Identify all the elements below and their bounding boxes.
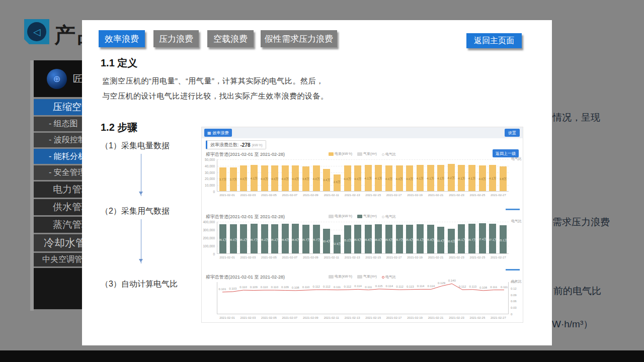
legend-swatch-icon bbox=[329, 215, 334, 218]
bar: 36.7万 bbox=[468, 224, 475, 253]
y-tick-label: 40,000 bbox=[202, 164, 215, 168]
y-tick-label: 0 bbox=[202, 252, 215, 256]
bar-value-label: 36.1万 bbox=[416, 238, 425, 242]
x-tick-label: 2021-02-17 bbox=[384, 194, 405, 197]
x-tick-label: 2021-02-15 bbox=[363, 316, 383, 319]
chart-plot-area: 36.1万36.0万36.2万36.7万36.2万36.2万36.6万36.6万… bbox=[217, 222, 509, 254]
bar: 4.1万 bbox=[489, 165, 496, 191]
legend-circle-icon bbox=[382, 216, 384, 218]
tab-pressure-waste[interactable]: 压力浪费 bbox=[153, 30, 199, 47]
dashboard-active-tab-label: 效率浪费 bbox=[213, 130, 229, 136]
chart-legend: 电量(kW·h)气量(m³)电气比 bbox=[202, 151, 523, 157]
bar-value-label: 30.4万 bbox=[322, 239, 331, 244]
settings-button[interactable]: 设置 bbox=[505, 129, 520, 137]
bar: 4.0万 bbox=[271, 165, 278, 191]
bar-value-label: 35.7万 bbox=[395, 238, 404, 242]
tab-noload-waste[interactable]: 空载浪费 bbox=[207, 30, 254, 47]
y-tick-label: 30,000 bbox=[202, 171, 215, 174]
bar-value-label: 4.0万 bbox=[478, 177, 486, 182]
legend-circle-icon bbox=[382, 153, 384, 156]
bar-value-label: 4.0万 bbox=[240, 177, 247, 182]
bar: 4.1万 bbox=[417, 165, 424, 191]
legend-item[interactable]: 电量(kW·h) bbox=[329, 274, 352, 279]
legend-item[interactable]: 电气比 bbox=[382, 275, 396, 280]
tab-efficiency-waste[interactable]: 效率浪费 bbox=[99, 30, 145, 47]
bar: 36.6万 bbox=[292, 224, 299, 253]
bar-value-label: 4.1万 bbox=[437, 176, 444, 181]
x-tick-label: 2021-02-03 bbox=[237, 316, 258, 319]
legend-item[interactable]: 电气比 bbox=[382, 214, 396, 219]
bar: 36.7万 bbox=[251, 224, 258, 253]
point-value-label: 0.140 bbox=[448, 279, 456, 282]
bar: 3.8万 bbox=[500, 166, 507, 191]
point-value-label: 0.113 bbox=[469, 285, 476, 288]
right-y-tick-label: 0.03 bbox=[511, 306, 517, 309]
sidebar-app-logo-icon: ⊕ bbox=[47, 69, 67, 89]
x-tick-label: 2021-02-15 bbox=[363, 256, 383, 259]
bar: 3.8万 bbox=[302, 166, 309, 191]
bar: 4.0万 bbox=[344, 165, 351, 191]
bar: 4.0万 bbox=[396, 165, 403, 191]
point-value-label: 0.110 bbox=[239, 286, 247, 289]
bar-value-label: 36.2万 bbox=[239, 238, 248, 242]
bar-value-label: 4.1万 bbox=[375, 176, 382, 181]
x-tick-label: 2021-02-19 bbox=[405, 316, 425, 319]
efficiency-waste-total-box: 效率浪费总数: -278 (kW·h) bbox=[206, 140, 266, 149]
chart-icon: ▦ bbox=[207, 131, 211, 135]
point-value-label: 0.115 bbox=[375, 285, 383, 288]
right-axis-label: 电气比 bbox=[511, 156, 522, 161]
x-axis-labels: 2021-02-012021-02-032021-02-052021-02-07… bbox=[217, 256, 509, 259]
bar-value-label: 35.7万 bbox=[301, 238, 310, 242]
tab-false-demand-waste[interactable]: 假性需求压力浪费 bbox=[261, 30, 337, 47]
x-tick-label: 2021-02-05 bbox=[259, 316, 279, 319]
bar-value-label: 36.0万 bbox=[374, 238, 383, 242]
bar: 4.0万 bbox=[385, 165, 392, 191]
bar-value-label: 37.1万 bbox=[488, 238, 497, 242]
point-value-label: 0.110 bbox=[261, 286, 268, 289]
bar-value-label: 4.0万 bbox=[354, 177, 361, 182]
x-tick-label: 2021-02-03 bbox=[237, 256, 258, 259]
bar: 4.0万 bbox=[313, 165, 320, 191]
gas-bar-chart: 樟宇总管道(2021-02-01 至 2021-02-28)电量(kW·h)气量… bbox=[202, 214, 523, 269]
bar-value-label: 22.9万 bbox=[333, 242, 342, 246]
bar-value-label: 4.0万 bbox=[406, 177, 413, 182]
pager-indicator[interactable] bbox=[506, 269, 520, 270]
x-tick-label: 2021-02-09 bbox=[300, 316, 321, 319]
right-axis-label: 电气比 bbox=[511, 219, 522, 224]
point-value-label: 0.112 bbox=[459, 285, 466, 288]
bar: 4.0万 bbox=[240, 165, 247, 191]
legend-item[interactable]: 电气比 bbox=[382, 152, 396, 157]
x-tick-label: 2021-02-23 bbox=[446, 316, 467, 319]
legend-item[interactable]: 气量(m³) bbox=[357, 214, 377, 219]
bar-value-label: 35.8万 bbox=[426, 238, 435, 242]
bar: 35.6万 bbox=[406, 225, 413, 253]
pager-indicator[interactable] bbox=[506, 209, 520, 210]
bar: 4.1万 bbox=[437, 165, 444, 191]
right-y-tick-label: 0.09 bbox=[511, 294, 517, 297]
bar-value-label: 36.2万 bbox=[260, 238, 269, 242]
sidebar-app-name: 匠 bbox=[73, 72, 83, 85]
point-value-label: 0.110 bbox=[302, 286, 310, 289]
point-value-label: 0.111 bbox=[490, 286, 498, 289]
legend-item[interactable]: 电量(kW·h) bbox=[329, 214, 352, 219]
legend-swatch-icon bbox=[357, 275, 362, 279]
bar: 36.0万 bbox=[375, 224, 382, 253]
legend-label: 气量(m³) bbox=[363, 214, 377, 219]
bar-value-label: 3.4万 bbox=[323, 178, 330, 183]
right-y-tick-label: 0 bbox=[511, 313, 512, 316]
x-tick-label: 2021-02-25 bbox=[467, 194, 488, 197]
legend-item[interactable]: 电量(kW·h) bbox=[329, 151, 352, 156]
x-tick-label: 2021-02-23 bbox=[446, 256, 467, 259]
bar: 36.2万 bbox=[271, 224, 278, 253]
return-main-page-button[interactable]: 返回主页面 bbox=[466, 33, 522, 48]
dashboard-active-tab[interactable]: ▦ 效率浪费 bbox=[204, 129, 232, 137]
bar-value-label: 4.1万 bbox=[427, 176, 434, 181]
bar-value-label: 4.0万 bbox=[312, 177, 319, 182]
bar-value-label: 35.5万 bbox=[384, 238, 393, 242]
x-tick-label: 2021-02-13 bbox=[342, 194, 363, 197]
legend-item[interactable]: 气量(m³) bbox=[357, 274, 377, 279]
point-value-label: 0.110 bbox=[271, 286, 278, 289]
bar-value-label: 36.0万 bbox=[229, 238, 238, 242]
legend-item[interactable]: 气量(m³) bbox=[357, 151, 377, 156]
slide-back-logo[interactable]: ◁ bbox=[24, 19, 49, 44]
